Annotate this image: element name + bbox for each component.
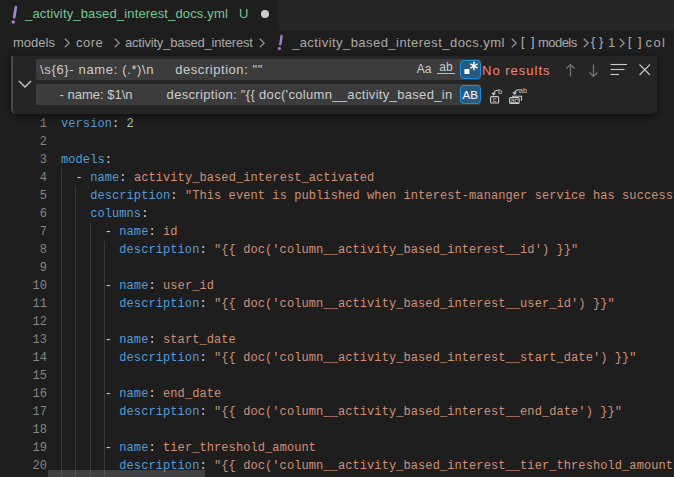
svg-text:ac: ac — [510, 96, 518, 104]
svg-text:ab: ab — [519, 88, 527, 95]
svg-text:c: c — [493, 95, 497, 104]
svg-text:b: b — [498, 88, 502, 96]
